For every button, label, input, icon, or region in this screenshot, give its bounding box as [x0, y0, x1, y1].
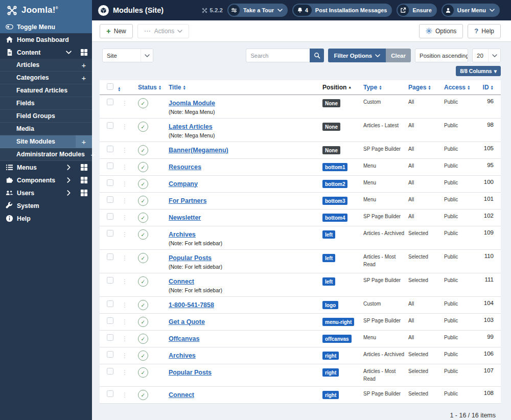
- drag-handle-icon[interactable]: ⋮: [122, 231, 128, 238]
- status-published-icon[interactable]: ✓: [138, 162, 148, 172]
- options-button[interactable]: Options: [419, 24, 463, 38]
- module-title-link[interactable]: Banner(Megamenu): [169, 147, 228, 154]
- drag-handle-icon[interactable]: ⋮: [122, 278, 128, 285]
- sidebar-item-home-dashboard[interactable]: Home Dashboard: [0, 33, 92, 46]
- sidebar-item-site-modules[interactable]: Site Modules +: [0, 135, 92, 148]
- sort-position-header[interactable]: Position▲: [322, 84, 352, 91]
- sort-type-header[interactable]: Type▲▼: [363, 84, 382, 91]
- status-published-icon[interactable]: ✓: [138, 351, 148, 361]
- sort-status-header[interactable]: Status▲▼: [138, 84, 161, 91]
- row-checkbox[interactable]: [107, 351, 113, 358]
- status-published-icon[interactable]: ✓: [138, 122, 148, 132]
- sidebar-item-administrator-modules[interactable]: Administrator Modules +: [0, 148, 92, 161]
- drag-handle-icon[interactable]: ⋮: [122, 164, 128, 171]
- sidebar-item-users[interactable]: Users: [0, 186, 92, 199]
- status-published-icon[interactable]: ✓: [138, 367, 148, 378]
- module-title-link[interactable]: Archives: [169, 231, 196, 238]
- module-title-link[interactable]: Connect: [169, 391, 194, 399]
- module-title-link[interactable]: Popular Posts: [169, 369, 212, 376]
- drag-handle-icon[interactable]: ⋮: [122, 147, 128, 154]
- row-checkbox[interactable]: [107, 334, 113, 341]
- user-menu-button[interactable]: User Menu: [442, 4, 500, 17]
- sidebar-item-featured-articles[interactable]: Featured Articles: [0, 84, 92, 97]
- drag-handle-icon[interactable]: ⋮: [122, 100, 128, 107]
- sort-id-header[interactable]: ID▲▼: [483, 84, 494, 91]
- sidebar-item-menus[interactable]: Menus: [0, 161, 92, 174]
- module-title-link[interactable]: Joomla Module: [169, 100, 215, 107]
- filter-options-button[interactable]: Filter Options: [328, 49, 386, 62]
- actions-button[interactable]: ⋯ Actions: [137, 24, 189, 38]
- row-checkbox[interactable]: [107, 162, 113, 169]
- row-checkbox[interactable]: [107, 317, 113, 324]
- row-checkbox[interactable]: [107, 230, 113, 237]
- module-title-link[interactable]: Get a Quote: [169, 318, 205, 325]
- sort-title-header[interactable]: Title▲▼: [169, 84, 186, 91]
- module-title-link[interactable]: Archives: [169, 352, 196, 359]
- row-checkbox[interactable]: [107, 277, 113, 284]
- row-checkbox[interactable]: [107, 300, 113, 307]
- drag-handle-icon[interactable]: ⋮: [122, 123, 128, 130]
- plus-icon[interactable]: +: [85, 148, 101, 160]
- select-all-checkbox[interactable]: [107, 83, 113, 90]
- drag-handle-icon[interactable]: ⋮: [122, 180, 128, 188]
- sort-select[interactable]: Position ascending: [415, 49, 468, 62]
- status-published-icon[interactable]: ✓: [138, 253, 148, 263]
- sort-pages-header[interactable]: Pages▲▼: [408, 84, 431, 91]
- row-checkbox[interactable]: [107, 196, 113, 203]
- plus-icon[interactable]: +: [76, 72, 92, 84]
- search-input[interactable]: [246, 49, 310, 62]
- dashboard-grid-icon[interactable]: [76, 46, 92, 59]
- drag-handle-icon[interactable]: ⋮: [122, 254, 128, 262]
- status-published-icon[interactable]: ✓: [138, 213, 148, 223]
- clear-button[interactable]: Clear: [386, 49, 411, 62]
- columns-button[interactable]: 8/8 Columns ▾: [456, 66, 501, 76]
- post-installation-messages-button[interactable]: 4 Post Installation Messages: [292, 4, 392, 17]
- drag-handle-icon[interactable]: ⋮: [122, 369, 128, 376]
- help-button[interactable]: ? Help: [468, 24, 501, 38]
- sidebar-item-field-groups[interactable]: Field Groups: [0, 110, 92, 123]
- sidebar-item-categories[interactable]: Categories +: [0, 72, 92, 84]
- module-title-link[interactable]: Resources: [169, 164, 201, 171]
- row-checkbox[interactable]: [107, 368, 113, 375]
- module-title-link[interactable]: 1-800-541-7858: [169, 301, 214, 309]
- dashboard-grid-icon[interactable]: [76, 161, 92, 174]
- status-published-icon[interactable]: ✓: [138, 229, 148, 240]
- status-published-icon[interactable]: ✓: [138, 196, 148, 206]
- module-title-link[interactable]: Latest Articles: [169, 123, 213, 130]
- page-size-select[interactable]: 20: [472, 49, 501, 62]
- status-published-icon[interactable]: ✓: [138, 317, 148, 327]
- search-button[interactable]: [310, 49, 324, 62]
- status-published-icon[interactable]: ✓: [138, 98, 148, 108]
- ordering-sort-icon[interactable]: ▲▼: [118, 86, 121, 91]
- dashboard-grid-icon[interactable]: [76, 174, 92, 186]
- row-checkbox[interactable]: [107, 213, 113, 220]
- row-checkbox[interactable]: [107, 146, 113, 152]
- module-title-link[interactable]: Newsletter: [169, 214, 201, 221]
- module-title-link[interactable]: Offcanvas: [169, 335, 199, 342]
- sidebar-item-articles[interactable]: Articles +: [0, 59, 92, 72]
- status-published-icon[interactable]: ✓: [138, 276, 148, 287]
- plus-icon[interactable]: +: [76, 135, 92, 148]
- module-title-link[interactable]: Company: [169, 180, 198, 188]
- module-title-link[interactable]: For Partners: [169, 197, 206, 204]
- module-title-link[interactable]: Popular Posts: [169, 254, 212, 262]
- drag-handle-icon[interactable]: ⋮: [122, 214, 128, 221]
- ensure-button[interactable]: Ensure: [397, 4, 436, 17]
- row-checkbox[interactable]: [107, 122, 113, 129]
- sidebar-item-content[interactable]: Content: [0, 46, 92, 59]
- client-select[interactable]: Site: [102, 49, 153, 62]
- module-title-link[interactable]: Connect: [169, 278, 194, 285]
- status-published-icon[interactable]: ✓: [138, 179, 148, 189]
- drag-handle-icon[interactable]: ⋮: [122, 335, 128, 342]
- row-checkbox[interactable]: [107, 253, 113, 260]
- sidebar-item-help[interactable]: Help: [0, 212, 92, 225]
- drag-handle-icon[interactable]: ⋮: [122, 391, 128, 399]
- drag-handle-icon[interactable]: ⋮: [122, 197, 128, 204]
- drag-handle-icon[interactable]: ⋮: [122, 301, 128, 309]
- drag-handle-icon[interactable]: ⋮: [122, 352, 128, 359]
- sort-access-header[interactable]: Access▲▼: [444, 84, 470, 91]
- drag-handle-icon[interactable]: ⋮: [122, 318, 128, 325]
- row-checkbox[interactable]: [107, 390, 113, 397]
- new-button[interactable]: + New: [100, 24, 133, 38]
- joomla-brand[interactable]: Joomla!®: [0, 0, 92, 20]
